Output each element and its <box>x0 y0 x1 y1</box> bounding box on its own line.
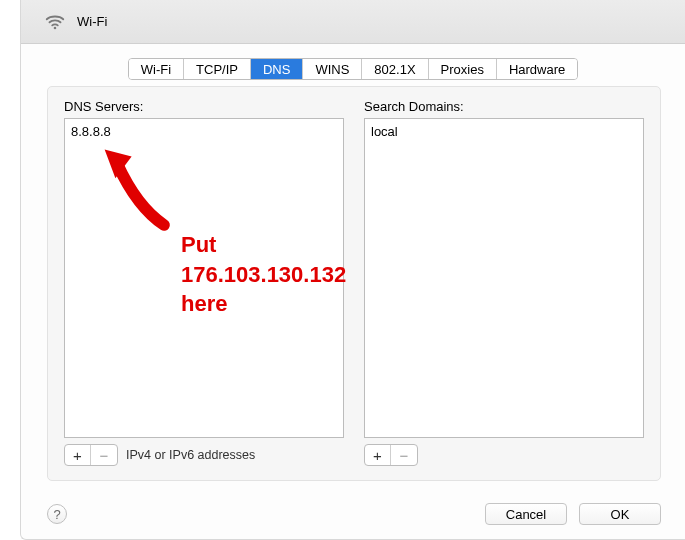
plus-icon: + <box>373 448 382 463</box>
tab-hardware[interactable]: Hardware <box>497 59 577 79</box>
search-domains-column: Search Domains: local + − <box>364 99 644 466</box>
tab-label: 802.1X <box>374 62 415 77</box>
tab-label: Proxies <box>441 62 484 77</box>
window-titlebar: Wi-Fi <box>21 0 685 44</box>
tab-tcpip[interactable]: TCP/IP <box>184 59 251 79</box>
tab-label: Hardware <box>509 62 565 77</box>
dns-hint-text: IPv4 or IPv6 addresses <box>126 448 255 462</box>
network-advanced-window: Wi-Fi Wi-Fi TCP/IP DNS WINS 802.1X Proxi… <box>20 0 685 540</box>
tab-wifi[interactable]: Wi-Fi <box>129 59 184 79</box>
svg-point-0 <box>54 26 57 29</box>
tab-8021x[interactable]: 802.1X <box>362 59 428 79</box>
button-label: Cancel <box>506 507 546 522</box>
help-icon: ? <box>53 507 60 522</box>
tab-label: TCP/IP <box>196 62 238 77</box>
dns-servers-list[interactable]: 8.8.8.8 <box>64 118 344 438</box>
add-search-domain-button[interactable]: + <box>365 445 391 465</box>
tab-segmented-control: Wi-Fi TCP/IP DNS WINS 802.1X Proxies Har… <box>128 58 579 80</box>
dialog-footer: ? Cancel OK <box>47 503 661 525</box>
tab-label: WINS <box>315 62 349 77</box>
tab-wins[interactable]: WINS <box>303 59 362 79</box>
ok-button[interactable]: OK <box>579 503 661 525</box>
remove-dns-server-button[interactable]: − <box>91 445 117 465</box>
tab-dns[interactable]: DNS <box>251 59 303 79</box>
remove-search-domain-button[interactable]: − <box>391 445 417 465</box>
minus-icon: − <box>400 448 409 463</box>
minus-icon: − <box>100 448 109 463</box>
dns-servers-label: DNS Servers: <box>64 99 344 114</box>
tab-proxies[interactable]: Proxies <box>429 59 497 79</box>
search-domains-label: Search Domains: <box>364 99 644 114</box>
search-domains-list[interactable]: local <box>364 118 644 438</box>
tab-bar: Wi-Fi TCP/IP DNS WINS 802.1X Proxies Har… <box>21 58 685 80</box>
dns-panel: DNS Servers: 8.8.8.8 + − IPv4 or IPv6 ad… <box>47 86 661 481</box>
help-button[interactable]: ? <box>47 504 67 524</box>
button-label: OK <box>611 507 630 522</box>
search-domain-entry[interactable]: local <box>371 123 637 141</box>
tab-label: DNS <box>263 62 290 77</box>
window-title: Wi-Fi <box>77 14 107 29</box>
cancel-button[interactable]: Cancel <box>485 503 567 525</box>
plus-icon: + <box>73 448 82 463</box>
dns-server-entry[interactable]: 8.8.8.8 <box>71 123 337 141</box>
tab-label: Wi-Fi <box>141 62 171 77</box>
dns-servers-column: DNS Servers: 8.8.8.8 + − IPv4 or IPv6 ad… <box>64 99 344 466</box>
wifi-icon <box>43 10 67 34</box>
add-dns-server-button[interactable]: + <box>65 445 91 465</box>
